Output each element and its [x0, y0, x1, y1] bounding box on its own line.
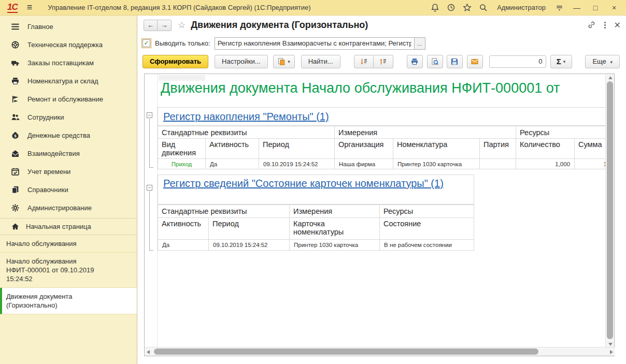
mail-icon: [11, 149, 20, 158]
collapse-groups-button[interactable]: [374, 55, 393, 68]
main-menu-icon[interactable]: ≡: [27, 2, 33, 13]
app-title: Управление IT-отделом 8, редакция 3.1 КО…: [48, 4, 310, 11]
sigma-icon: Σ: [557, 57, 561, 66]
horizontal-scrollbar[interactable]: [145, 347, 615, 356]
register-link[interactable]: Регистр сведений "Состояние карточек ном…: [163, 178, 444, 189]
sidebar-item-label: Техническая поддержка: [27, 41, 103, 49]
add-favorite-star-icon[interactable]: ☆: [178, 20, 186, 31]
sidebar-item-label: Администрирование: [27, 204, 92, 212]
sidebar-item[interactable]: Справочники: [0, 181, 137, 199]
flag-icon: [11, 95, 20, 104]
sidebar-item[interactable]: Взаимодействия: [0, 144, 137, 163]
favorites-star-icon[interactable]: [463, 3, 472, 12]
history-icon[interactable]: [447, 3, 456, 12]
sidebar-item-label: Сотрудники: [27, 113, 64, 121]
data-cell[interactable]: Наша фирма: [335, 159, 393, 169]
sidebar-open-windows: Начало обслуживанияНачало обслуживания Н…: [0, 235, 137, 314]
sidebar-item-label: Взаимодействия: [27, 150, 80, 157]
filter-value-input[interactable]: [215, 37, 414, 50]
sidebar-item[interactable]: Техническая поддержка: [0, 36, 137, 54]
scroll-right-icon[interactable]: [610, 350, 613, 354]
column-header-cell: Количество: [516, 139, 575, 159]
data-cell[interactable]: Да: [206, 159, 259, 169]
filter-choose-button[interactable]: ...: [414, 37, 425, 50]
sidebar-item[interactable]: Ремонт и обслуживание: [0, 90, 137, 108]
horizontal-scroll-thumb[interactable]: [154, 348, 538, 355]
data-cell[interactable]: Принтер 1030 карточка: [393, 159, 480, 169]
collapse-group-button[interactable]: −: [147, 112, 152, 118]
sidebar-item-home[interactable]: Начальная страница: [0, 218, 137, 235]
vertical-scrollbar[interactable]: [605, 74, 614, 348]
home-icon: [11, 222, 20, 231]
data-cell[interactable]: 09.10.2019 15:24:52: [259, 159, 335, 169]
data-cell[interactable]: В не рабочем состоянии: [380, 240, 474, 251]
data-cell[interactable]: Да: [158, 240, 209, 251]
column-header-cell: Активность: [206, 139, 259, 159]
register-link[interactable]: Регистр накопления "Ремонты" (1): [163, 111, 329, 122]
data-cell[interactable]: [480, 159, 516, 169]
print-button[interactable]: [407, 55, 423, 68]
maximize-button[interactable]: □: [590, 4, 601, 12]
vertical-scroll-thumb[interactable]: [607, 81, 613, 339]
open-window-item[interactable]: Начало обслуживания: [0, 235, 137, 253]
open-window-item[interactable]: Движения документа (Горизонтально): [0, 288, 137, 314]
column-header-cell: Период: [209, 218, 290, 240]
1c-logo: 1С: [7, 2, 18, 13]
sidebar-item[interactable]: Сотрудники: [0, 108, 137, 126]
group-header-cell: Измерения: [290, 205, 380, 218]
sidebar-item-label: Учет времени: [27, 168, 70, 176]
get-link-icon[interactable]: [587, 21, 596, 30]
more-menu-icon[interactable]: [604, 22, 606, 28]
notifications-bell-icon[interactable]: [431, 3, 439, 12]
nav-forward-button[interactable]: →: [158, 20, 172, 31]
nav-back-button[interactable]: ←: [144, 20, 158, 31]
group-header-cell: Ресурсы: [516, 126, 605, 139]
sidebar-item[interactable]: Администрирование: [0, 199, 137, 217]
group-header-cell: Ресурсы: [380, 205, 474, 218]
settings-button[interactable]: Настройки...: [215, 55, 268, 68]
sidebar-item-label: Денежные средства: [27, 132, 90, 139]
find-button[interactable]: Найти...: [301, 55, 340, 68]
preview-button[interactable]: [427, 55, 443, 68]
close-app-button[interactable]: ×: [608, 4, 620, 12]
sidebar-item[interactable]: Номенклатура и склад: [0, 72, 137, 90]
generate-button[interactable]: Сформировать: [143, 55, 208, 68]
send-mail-button[interactable]: [467, 55, 483, 68]
scroll-down-icon[interactable]: [608, 343, 613, 346]
more-button[interactable]: Еще ▾: [585, 55, 620, 68]
sidebar-item[interactable]: Учет времени: [0, 163, 137, 181]
scroll-up-icon[interactable]: [608, 76, 613, 79]
expand-groups-icon: [360, 57, 368, 66]
sum-button[interactable]: Σ ▾: [550, 55, 572, 68]
report-viewport: Движения документа Начало обслуживания Н…: [144, 74, 615, 356]
data-cell[interactable]: 10 000: [575, 159, 605, 169]
form-header: ← → ☆ Движения документа (Горизонтально)…: [138, 16, 626, 35]
search-icon[interactable]: [479, 3, 488, 12]
collapse-group-button[interactable]: −: [147, 185, 152, 191]
open-window-item[interactable]: Начало обслуживания НФИТ-000001 от 09.10…: [0, 253, 137, 288]
sidebar-item[interactable]: Главное: [0, 18, 137, 36]
minimize-button[interactable]: —: [571, 4, 582, 12]
data-cell[interactable]: Приход: [158, 159, 206, 169]
service-panel-icon[interactable]: [555, 3, 564, 12]
data-cell[interactable]: 09.10.2019 15:24:52: [209, 240, 290, 251]
report-variants-button[interactable]: ▾: [273, 55, 295, 68]
sidebar-item[interactable]: Денежные средства: [0, 126, 137, 144]
scroll-left-icon[interactable]: [147, 350, 150, 354]
sidebar-item[interactable]: Заказы поставщикам: [0, 54, 137, 72]
money-icon: [11, 131, 20, 140]
save-button[interactable]: [447, 55, 463, 68]
current-user[interactable]: Администратор: [497, 4, 546, 11]
close-form-button[interactable]: ✕: [614, 20, 621, 30]
report-title: Движения документа Начало обслуживания Н…: [161, 80, 560, 96]
data-cell[interactable]: 1,000: [516, 159, 575, 169]
expand-groups-button[interactable]: [354, 55, 374, 68]
caret-down-icon: ▾: [563, 59, 566, 64]
show-only-checkbox[interactable]: ✓: [143, 39, 150, 47]
print-icon: [410, 57, 419, 66]
preview-icon: [431, 57, 439, 66]
data-cell[interactable]: Принтер 1030 карточка: [290, 240, 380, 251]
counter-input[interactable]: [489, 55, 546, 68]
printer-icon: [11, 77, 20, 85]
calendar-icon: [11, 167, 20, 176]
